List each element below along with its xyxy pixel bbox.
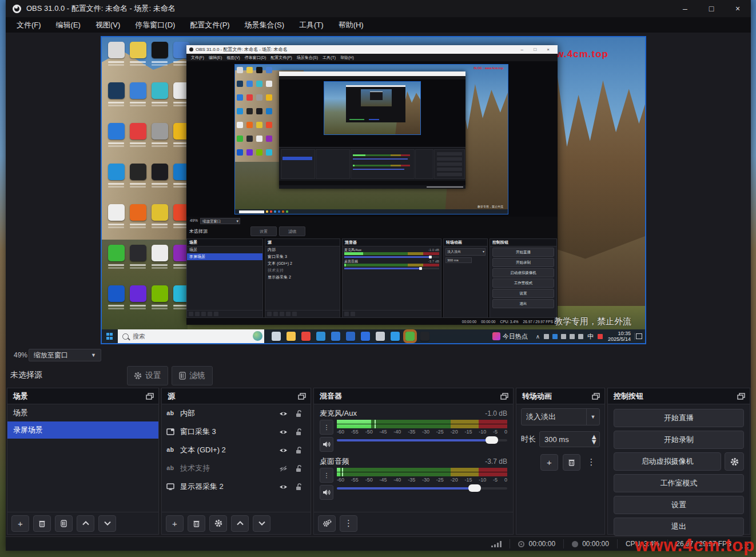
popout-icon[interactable] [298, 393, 306, 400]
mute-toggle[interactable] [320, 437, 333, 452]
mixer-dock-header[interactable]: 混音器 [314, 388, 513, 404]
unlock-icon [296, 410, 303, 417]
slider-handle[interactable] [486, 436, 498, 444]
source-item[interactable]: ab 内部 [162, 404, 311, 423]
move-source-up-button[interactable] [231, 515, 249, 532]
lock-toggle[interactable] [291, 447, 307, 454]
start-virtual-camera-button[interactable]: 启动虚拟摄像机 [614, 452, 721, 471]
captured-taskbar-app-icon [331, 332, 340, 341]
slider-handle[interactable] [468, 484, 481, 492]
record-timer: 00:00:00 [563, 539, 617, 548]
menu-view[interactable]: 视图(V) [88, 17, 128, 33]
lock-toggle[interactable] [291, 410, 307, 417]
taskbar-search-box: 搜索 [118, 329, 264, 343]
scene-item[interactable]: 场景 [7, 404, 158, 421]
visibility-toggle[interactable] [275, 447, 291, 453]
weather-icon [253, 331, 262, 341]
mixer-options-button[interactable]: ⋮ [340, 515, 357, 532]
volume-db-label: -1.0 dB [485, 409, 507, 417]
source-item[interactable]: 窗口采集 3 [162, 423, 311, 441]
start-recording-button[interactable]: 开始录制 [614, 431, 744, 449]
add-scene-button[interactable]: + [11, 515, 29, 532]
title-bar[interactable]: OBS 31.0.0 - 配置文件: 未命名 - 场景: 未命名 – □ × [6, 0, 751, 17]
scene-item-selected[interactable]: 录屏场景 [7, 421, 158, 439]
channel-options-button[interactable]: ⋮ [320, 468, 333, 483]
spinner-down-icon[interactable]: ▼ [590, 439, 598, 444]
source-item-hidden[interactable]: ab 技术支持 [162, 459, 311, 478]
virtual-camera-config-button[interactable] [725, 452, 744, 471]
maximize-button[interactable]: □ [698, 0, 725, 17]
level2-taskbar [235, 209, 508, 214]
move-scene-up-button[interactable] [77, 515, 94, 532]
captured-taskbar-app-icon [361, 332, 370, 341]
transition-options-button[interactable]: ⋮ [585, 454, 598, 470]
remove-transition-button[interactable] [563, 454, 580, 471]
transitions-dock-header[interactable]: 转场动画 [516, 388, 604, 404]
minimize-button[interactable]: – [672, 0, 698, 17]
scene-filters-button[interactable] [55, 515, 73, 532]
source-properties-button[interactable] [209, 515, 227, 532]
remove-scene-button[interactable] [33, 515, 51, 532]
menu-help[interactable]: 帮助(H) [331, 17, 371, 33]
move-scene-down-button[interactable] [98, 515, 116, 532]
close-button[interactable]: × [725, 0, 751, 17]
menu-scene-collection[interactable]: 场景集合(S) [237, 17, 292, 33]
start-streaming-button[interactable]: 开始直播 [614, 409, 744, 427]
add-source-button[interactable]: + [166, 515, 184, 532]
visibility-toggle[interactable] [275, 411, 291, 417]
transition-select[interactable]: 淡入淡出 ▼ [521, 408, 600, 425]
controls-dock-header[interactable]: 控制按钮 [608, 388, 750, 404]
unlock-icon [296, 428, 303, 436]
captured-taskbar-app-icon [391, 332, 400, 341]
popout-icon[interactable] [737, 393, 745, 400]
source-item[interactable]: 显示器采集 2 [162, 478, 311, 496]
studio-mode-button[interactable]: 工作室模式 [614, 474, 744, 492]
menu-docks[interactable]: 停靠窗口(D) [128, 17, 182, 33]
menu-file[interactable]: 文件(F) [9, 17, 49, 33]
visibility-toggle[interactable] [275, 484, 291, 490]
zoom-percent-label: 49% [14, 351, 27, 359]
signal-bars-icon [491, 541, 502, 547]
popout-icon[interactable] [500, 393, 508, 400]
add-transition-button[interactable]: + [540, 454, 558, 471]
popout-icon[interactable] [146, 393, 154, 400]
duration-spinner[interactable]: 300 ms ▲▼ [539, 431, 600, 447]
volume-slider[interactable] [337, 436, 507, 445]
remove-source-button[interactable] [188, 515, 205, 532]
source-item[interactable]: ab 文本 (GDI+) 2 [162, 441, 311, 459]
stream-timer: 00:00:00 [510, 539, 563, 548]
settings-button[interactable]: 设置 [614, 496, 744, 514]
channel-options-button[interactable]: ⋮ [320, 420, 333, 435]
level3-desktop [324, 81, 421, 135]
lock-toggle[interactable] [291, 428, 307, 436]
popout-icon[interactable] [592, 393, 600, 400]
obs-main-window: OBS 31.0.0 - 配置文件: 未命名 - 场景: 未命名 – □ × 文… [6, 0, 751, 550]
preview-canvas[interactable]: BLOG：www.4cm.top OBS 31.0.0 - 配置文件: 未命名 … [101, 36, 646, 344]
transitions-dock: 转场动画 淡入淡出 ▼ 时长 300 ms ▲▼ [516, 388, 605, 535]
menu-edit[interactable]: 编辑(E) [49, 17, 88, 33]
zoom-mode-dropdown[interactable]: 缩放至窗口 ▼ [29, 349, 101, 361]
gear-icon [730, 457, 739, 466]
connection-status [483, 539, 510, 548]
filters-button[interactable]: 滤镜 [172, 366, 213, 385]
text-source-icon: ab [166, 410, 180, 417]
visibility-toggle[interactable] [275, 466, 291, 472]
exit-button[interactable]: 退出 [614, 518, 744, 536]
gear-icon [214, 519, 222, 527]
sources-dock-header[interactable]: 源 [162, 388, 311, 404]
lock-toggle[interactable] [291, 465, 307, 472]
mute-toggle[interactable] [320, 485, 333, 500]
window-capture-icon [166, 428, 180, 435]
volume-slider[interactable] [337, 484, 507, 493]
move-source-down-button[interactable] [253, 515, 270, 532]
captured-taskbar-app-icon [272, 332, 281, 341]
scenes-dock-header[interactable]: 场景 [7, 388, 158, 404]
filters-icon [61, 520, 67, 527]
advanced-audio-button[interactable] [318, 515, 336, 532]
menu-tools[interactable]: 工具(T) [292, 17, 331, 33]
properties-button[interactable]: 设置 [127, 366, 168, 385]
menu-profile[interactable]: 配置文件(P) [182, 17, 237, 33]
visibility-toggle[interactable] [275, 429, 291, 435]
lock-toggle[interactable] [291, 483, 307, 491]
level2-desktop-icon [237, 81, 243, 87]
